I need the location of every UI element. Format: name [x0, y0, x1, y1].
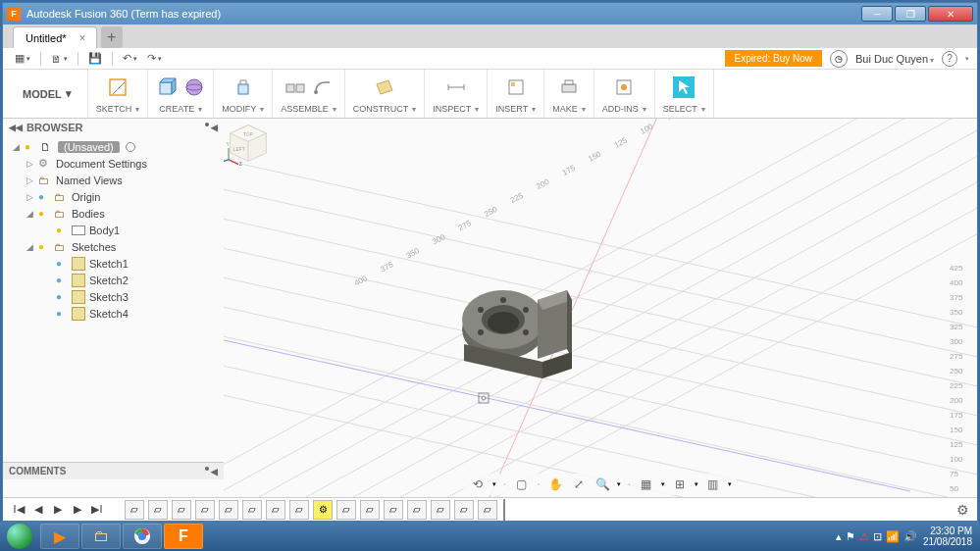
zoom-button[interactable]: ⤢: [570, 476, 588, 493]
timeline-feature[interactable]: ▱: [407, 500, 427, 520]
print-icon[interactable]: [558, 76, 580, 98]
tree-item-sketch2[interactable]: ● Sketch2: [7, 272, 220, 288]
data-panel-button[interactable]: ▦▾: [11, 52, 34, 65]
window-maximize-button[interactable]: ❐: [895, 6, 926, 22]
timeline-start-button[interactable]: I◀: [11, 502, 26, 518]
timeline-feature[interactable]: ▱: [195, 500, 215, 520]
ribbon-label[interactable]: MODIFY: [222, 102, 264, 116]
timeline-play-button[interactable]: ▶: [50, 502, 66, 518]
file-menu-button[interactable]: 🗎▾: [47, 53, 72, 65]
tray-flag-icon[interactable]: ⚑: [846, 530, 855, 543]
timeline-feature[interactable]: ▱: [266, 500, 285, 520]
tree-item-named-views[interactable]: ▷🗀 Named Views: [7, 172, 220, 188]
timeline-prev-button[interactable]: ◀: [30, 502, 46, 518]
window-minimize-button[interactable]: ─: [861, 6, 893, 22]
tree-item-body1[interactable]: ● Body1: [7, 222, 220, 238]
timeline-feature[interactable]: ▱: [336, 500, 356, 520]
timeline-feature[interactable]: ▱: [219, 500, 238, 520]
timeline-feature[interactable]: ▱: [172, 500, 191, 520]
timeline-feature[interactable]: ▱: [360, 500, 380, 520]
pan-button[interactable]: ✋: [546, 476, 564, 493]
tree-item-sketch1[interactable]: ● Sketch1: [7, 255, 220, 272]
timeline-marker[interactable]: [503, 499, 505, 521]
insert-icon[interactable]: [505, 76, 527, 98]
expired-banner[interactable]: Expired: Buy Now: [725, 50, 822, 67]
tray-network-icon[interactable]: ⊡: [873, 530, 882, 543]
activate-radio[interactable]: [126, 142, 135, 152]
timeline-end-button[interactable]: ▶I: [89, 502, 105, 518]
timeline-feature-active[interactable]: ⚙: [313, 500, 333, 520]
close-tab-icon[interactable]: ×: [79, 31, 86, 45]
ribbon-label[interactable]: SELECT: [663, 102, 705, 116]
taskbar-app-chrome[interactable]: [123, 524, 162, 549]
job-status-icon[interactable]: ◷: [830, 50, 848, 68]
tray-shield-icon[interactable]: ⚠: [859, 530, 869, 543]
tree-item-document-settings[interactable]: ▷⚙ Document Settings: [7, 155, 220, 172]
tray-volume-icon[interactable]: 🔊: [903, 530, 917, 543]
help-button[interactable]: ?: [942, 51, 957, 67]
viewport-layout-button[interactable]: ▥: [704, 476, 722, 493]
ribbon-label[interactable]: CONSTRUCT: [353, 102, 417, 116]
box-icon[interactable]: [156, 76, 178, 98]
window-close-button[interactable]: ✕: [928, 6, 973, 22]
sphere-icon[interactable]: [183, 76, 205, 98]
ribbon-label[interactable]: MAKE: [552, 102, 586, 116]
tree-item-sketch3[interactable]: ● Sketch3: [7, 288, 220, 305]
timeline-feature[interactable]: ▱: [454, 500, 474, 520]
ribbon-label[interactable]: ADD-INS: [602, 102, 646, 116]
undo-button[interactable]: ↶▾: [119, 52, 141, 65]
select-icon[interactable]: [673, 76, 695, 98]
taskbar-app-media[interactable]: ▶: [40, 524, 79, 549]
timeline-settings-button[interactable]: ⚙: [956, 502, 969, 518]
tree-item-sketch4[interactable]: ● Sketch4: [7, 305, 220, 322]
tree-root[interactable]: ◢● 🗋 (Unsaved): [7, 138, 220, 155]
ribbon-label[interactable]: CREATE: [159, 102, 202, 116]
workspace-switcher[interactable]: MODEL▾: [7, 70, 88, 118]
tray-clock[interactable]: 23:30 PM 21/08/2018: [923, 526, 972, 547]
start-button[interactable]: [0, 522, 39, 551]
timeline-feature[interactable]: ▱: [384, 500, 403, 520]
tree-item-origin[interactable]: ▷●🗀 Origin: [7, 188, 220, 205]
fit-button[interactable]: 🔍: [593, 476, 611, 493]
timeline-next-button[interactable]: ▶: [70, 502, 85, 518]
browser-header[interactable]: ◀◀ BROWSER ◀: [3, 119, 224, 136]
ribbon-label[interactable]: INSERT: [495, 102, 536, 116]
tray-expand-icon[interactable]: ▴: [836, 530, 842, 543]
taskbar-app-explorer[interactable]: 🗀: [81, 524, 121, 549]
comments-panel-header[interactable]: COMMENTS ◀: [3, 462, 224, 479]
timeline-feature[interactable]: ▱: [478, 500, 497, 520]
tree-item-sketches[interactable]: ◢●🗀 Sketches: [7, 238, 220, 255]
viewport-3d[interactable]: 400375350 300275250 225200175 150125100 …: [224, 119, 977, 497]
timeline-feature[interactable]: ▱: [125, 500, 144, 520]
sketch-icon[interactable]: [107, 76, 129, 98]
tree-item-bodies[interactable]: ◢●🗀 Bodies: [7, 205, 220, 222]
tray-icons[interactable]: ▴ ⚑ ⚠ ⊡ 📶 🔊: [836, 530, 917, 543]
timeline-feature[interactable]: ▱: [148, 500, 168, 520]
display-settings-button[interactable]: ▦: [638, 476, 655, 493]
joint-icon[interactable]: [312, 76, 334, 98]
addin-icon[interactable]: [613, 76, 635, 98]
ribbon-label[interactable]: SKETCH: [96, 102, 140, 116]
user-menu[interactable]: Bui Duc Quyen: [855, 53, 934, 65]
look-at-button[interactable]: ▢: [513, 476, 531, 493]
timeline-feature[interactable]: ▱: [289, 500, 309, 520]
measure-icon[interactable]: [445, 76, 467, 98]
document-tab[interactable]: Untitled* ×: [13, 26, 97, 48]
plane-icon[interactable]: [374, 76, 395, 98]
timeline-feature[interactable]: ▱: [431, 500, 450, 520]
orbit-button[interactable]: ⟲: [469, 476, 487, 493]
svg-text:350: 350: [950, 308, 963, 317]
grid-settings-button[interactable]: ⊞: [671, 476, 689, 493]
save-button[interactable]: 💾: [84, 52, 106, 65]
tray-wifi-icon[interactable]: 📶: [886, 530, 900, 543]
viewcube[interactable]: TOP LEFT Y Z: [224, 119, 273, 168]
redo-button[interactable]: ↷▾: [143, 52, 166, 65]
svg-rect-8: [286, 84, 294, 92]
taskbar-app-fusion[interactable]: F: [164, 524, 203, 549]
ribbon-label[interactable]: ASSEMBLE: [281, 102, 336, 116]
timeline-feature[interactable]: ▱: [242, 500, 262, 520]
ribbon-label[interactable]: INSPECT: [433, 102, 479, 116]
component-icon[interactable]: [284, 76, 306, 98]
press-pull-icon[interactable]: [232, 76, 254, 98]
new-tab-button[interactable]: +: [101, 26, 123, 48]
